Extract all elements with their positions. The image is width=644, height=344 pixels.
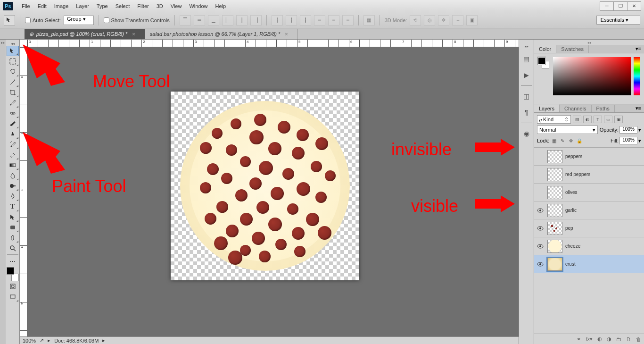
layer-name-label[interactable]: cheeze — [565, 243, 580, 249]
document-canvas[interactable] — [171, 92, 359, 280]
layer-name-label[interactable]: olives — [565, 190, 578, 195]
lock-position-icon[interactable]: ✥ — [567, 137, 575, 144]
layer-filter-kind[interactable]: 𝜌Kind⇳ — [537, 115, 571, 124]
3d-roll-icon[interactable]: ◎ — [424, 15, 435, 25]
3d-slide-icon[interactable]: ↔ — [452, 15, 463, 25]
new-layer-icon[interactable]: 🗋 — [626, 336, 631, 342]
foreground-background-colors[interactable] — [7, 267, 19, 281]
dist-right-icon[interactable]: ┅ — [342, 15, 354, 25]
align-left-icon[interactable]: ▏ — [222, 15, 233, 25]
lock-transparency-icon[interactable]: ▦ — [550, 137, 558, 144]
menu-window[interactable]: Window — [185, 2, 211, 10]
blend-mode-select[interactable]: Normal▾ — [537, 126, 598, 134]
color-field[interactable] — [553, 57, 631, 95]
rectangle-tool[interactable] — [7, 222, 19, 233]
adjustment-layer-icon[interactable]: ◑ — [607, 336, 611, 342]
layer-visibility-toggle[interactable] — [536, 224, 545, 233]
layer-row[interactable]: garlic — [534, 201, 644, 219]
menu-layer[interactable]: Layer — [72, 2, 93, 10]
menu-help[interactable]: Help — [212, 2, 230, 10]
filter-pixel-icon[interactable]: ▧ — [573, 116, 581, 123]
layers-panel-menu-icon[interactable]: ▾≡ — [633, 105, 644, 111]
layer-thumbnail[interactable] — [547, 150, 562, 163]
tab-layers[interactable]: Layers — [534, 104, 560, 112]
horizontal-ruler[interactable]: 3123456789 — [27, 40, 519, 47]
layer-mask-icon[interactable]: ◐ — [597, 336, 602, 342]
3d-panel-icon[interactable]: ◉ — [521, 128, 532, 139]
menu-view[interactable]: View — [167, 2, 186, 10]
3d-pan-icon[interactable]: ✥ — [438, 15, 449, 25]
menu-image[interactable]: Image — [50, 2, 73, 10]
3d-rotate-icon[interactable]: ⟲ — [410, 15, 421, 25]
dodge-tool[interactable] — [7, 181, 19, 191]
pen-tool[interactable] — [7, 191, 19, 201]
brush-tool[interactable] — [7, 118, 19, 129]
eyedropper-tool[interactable] — [7, 98, 19, 108]
clone-stamp-tool[interactable] — [7, 129, 19, 139]
3d-scale-icon[interactable]: ▣ — [466, 15, 478, 25]
zoom-tool[interactable] — [7, 243, 19, 253]
layer-row[interactable]: cheeze — [534, 237, 644, 255]
export-icon[interactable]: ↗ — [40, 337, 44, 344]
align-bottom-icon[interactable]: ▁ — [208, 15, 219, 25]
layer-thumbnail[interactable] — [547, 222, 562, 235]
align-hcenter-icon[interactable]: ║ — [236, 15, 248, 25]
show-transform-checkbox[interactable]: Show Transform Controls — [104, 17, 170, 23]
restore-button[interactable]: ❐ — [613, 1, 627, 11]
tab-paths[interactable]: Paths — [592, 105, 615, 112]
tab-close-icon[interactable]: × — [285, 31, 288, 37]
character-panel-icon[interactable]: ¶ — [521, 107, 532, 118]
magic-wand-tool[interactable] — [7, 77, 19, 87]
eraser-tool[interactable] — [7, 150, 19, 160]
dist-bottom-icon[interactable]: ┇ — [300, 15, 311, 25]
move-tool-icon[interactable] — [4, 15, 15, 25]
filter-smart-icon[interactable]: ▣ — [614, 116, 623, 123]
document-tab[interactable]: salad bar photoshop lesson @ 66.7% (Laye… — [145, 29, 298, 39]
dist-hcenter-icon[interactable]: ┅ — [328, 15, 339, 25]
filter-shape-icon[interactable]: ▭ — [604, 116, 612, 123]
hue-slider[interactable] — [634, 57, 640, 95]
color-panel[interactable] — [534, 53, 644, 104]
ruler-origin[interactable] — [20, 40, 27, 47]
auto-select-checkbox[interactable]: Auto-Select: — [25, 17, 61, 23]
opacity-input[interactable]: 100% — [619, 126, 637, 134]
menu-file[interactable]: File — [18, 2, 34, 10]
dist-top-icon[interactable]: ┇ — [272, 15, 283, 25]
layer-thumbnail[interactable] — [547, 186, 562, 199]
crop-tool[interactable] — [7, 87, 19, 98]
layer-row[interactable]: red peppers — [534, 166, 644, 184]
move-tool[interactable] — [7, 46, 19, 56]
fill-input[interactable]: 100% — [619, 137, 637, 144]
align-top-icon[interactable]: ▔ — [180, 15, 191, 25]
tab-color[interactable]: Color — [534, 45, 556, 53]
layer-visibility-toggle[interactable] — [536, 170, 545, 179]
canvas-area[interactable]: 3123456789 01234 100% ↗ ▸ Doc: 468.8K/6.… — [20, 40, 519, 344]
link-layers-icon[interactable]: ⚭ — [577, 336, 581, 342]
layer-group-icon[interactable]: 🗀 — [616, 336, 621, 342]
layer-visibility-toggle[interactable] — [536, 242, 545, 251]
layer-visibility-toggle[interactable] — [536, 152, 545, 161]
menu-edit[interactable]: Edit — [34, 2, 50, 10]
layer-row[interactable]: peppers — [534, 148, 644, 166]
vertical-ruler[interactable]: 01234 — [20, 47, 27, 336]
dist-vcenter-icon[interactable]: ┇ — [286, 15, 297, 25]
layer-thumbnail[interactable] — [547, 240, 562, 253]
left-collapse-strip[interactable]: ▸▸ — [0, 40, 6, 344]
menu-filter[interactable]: Filter — [133, 2, 152, 10]
history-brush-tool[interactable] — [7, 139, 19, 150]
tab-close-icon[interactable]: × — [132, 31, 135, 37]
healing-brush-tool[interactable] — [7, 108, 19, 118]
color-panel-menu-icon[interactable]: ▾≡ — [633, 46, 644, 52]
menu-select[interactable]: Select — [112, 2, 134, 10]
zoom-level[interactable]: 100% — [23, 338, 36, 344]
edit-toolbar-icon[interactable]: ⋯ — [7, 256, 19, 266]
layer-fx-icon[interactable]: fx▾ — [586, 336, 593, 342]
layer-name-label[interactable]: garlic — [565, 208, 577, 213]
actions-panel-icon[interactable]: ▶ — [521, 69, 532, 81]
layer-thumbnail[interactable] — [547, 204, 562, 217]
auto-select-mode[interactable]: Group ▾ — [64, 16, 94, 25]
tab-swatches[interactable]: Swatches — [556, 45, 589, 53]
lock-all-icon[interactable]: 🔒 — [576, 137, 583, 144]
properties-panel-icon[interactable]: ◫ — [521, 91, 532, 102]
doc-info[interactable]: Doc: 468.8K/6.03M — [54, 338, 99, 344]
